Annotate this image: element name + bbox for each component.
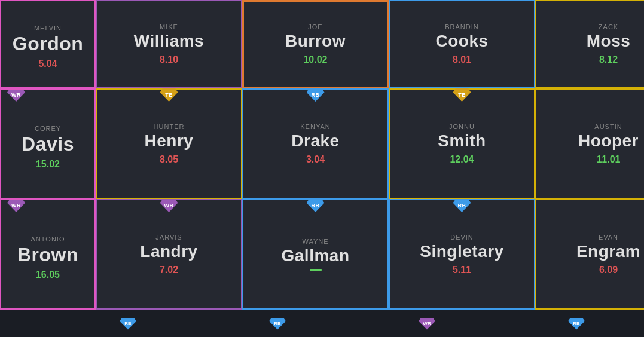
score-henry: 8.05 <box>160 154 178 165</box>
first-name-evan: EVAN <box>599 234 618 241</box>
main-grid: MELVIN Gordon 5.04 MIKE Williams 8.10 JO… <box>0 0 644 337</box>
first-name-antonio: ANTONIO <box>7 235 88 243</box>
card-hunter-henry[interactable]: TE HUNTER Henry 8.05 <box>96 88 242 199</box>
card-corey-davis[interactable]: WR COREY Davis 15.02 <box>0 88 96 199</box>
card-antonio-brown[interactable]: WR ANTONIO Brown 16.05 <box>0 199 96 310</box>
first-name-mike: MIKE <box>160 23 178 30</box>
last-name-gordon: Gordon <box>7 33 88 55</box>
last-name-brown: Brown <box>7 244 88 266</box>
score-burrow: 10.02 <box>303 54 327 65</box>
bottom-badge-wr: WR <box>419 318 435 330</box>
score-brown: 16.05 <box>7 269 88 280</box>
badge-te-henry: TE <box>160 88 178 102</box>
score-engram: 6.09 <box>599 265 618 275</box>
score-moss: 8.12 <box>599 54 618 65</box>
badge-wr-brown: WR <box>7 199 25 212</box>
badge-rb-drake: RB <box>307 88 325 102</box>
first-name-jonnu: JONNU <box>449 123 475 130</box>
bottom-strip: RB RB WR RB <box>0 310 644 337</box>
first-name-jarvis: JARVIS <box>155 234 182 241</box>
first-name-corey: COREY <box>7 125 88 132</box>
last-name-burrow: Burrow <box>285 32 346 51</box>
last-name-davis: Davis <box>7 133 88 155</box>
badge-rb-singletary: RB <box>453 199 471 212</box>
score-hooper: 11.01 <box>596 154 620 165</box>
first-name-zack: ZACK <box>599 23 618 30</box>
badge-wr-landry: WR <box>160 199 178 212</box>
badge-wr-davis: WR <box>7 88 25 102</box>
badge-rb-gallman: RB <box>307 199 325 212</box>
score-williams: 8.10 <box>160 54 178 65</box>
badge-te-smith: TE <box>453 88 471 102</box>
last-name-singletary: Singletary <box>420 242 503 261</box>
first-name-hunter: HUNTER <box>154 123 185 130</box>
score-dash-gallman <box>310 269 322 271</box>
score-landry: 7.02 <box>160 265 178 275</box>
score-drake: 3.04 <box>306 154 325 165</box>
card-kenyan-drake[interactable]: RB KENYAN Drake 3.04 <box>242 88 389 199</box>
score-gordon: 5.04 <box>7 59 88 69</box>
last-name-hooper: Hooper <box>578 131 639 151</box>
card-wayne-gallman[interactable]: RB WAYNE Gallman <box>242 199 389 310</box>
bottom-badge-rb-1: RB <box>120 318 136 330</box>
bottom-badge-rb-2: RB <box>269 318 286 330</box>
card-jarvis-landry[interactable]: WR JARVIS Landry 7.02 <box>96 199 242 310</box>
card-austin-hooper[interactable]: AUSTIN Hooper 11.01 <box>535 88 644 199</box>
card-devin-singletary[interactable]: RB DEVIN Singletary 5.11 <box>389 199 535 310</box>
last-name-gallman: Gallman <box>282 246 350 265</box>
first-name-austin: AUSTIN <box>594 123 622 130</box>
card-mike-williams[interactable]: MIKE Williams 8.10 <box>96 0 242 88</box>
last-name-cooks: Cooks <box>435 32 488 51</box>
first-name-joe: JOE <box>308 23 322 30</box>
first-name-devin: DEVIN <box>450 234 474 241</box>
first-name-brandin: BRANDIN <box>445 23 479 30</box>
last-name-moss: Moss <box>587 32 631 51</box>
card-melvin-gordon[interactable]: MELVIN Gordon 5.04 <box>0 0 96 88</box>
last-name-henry: Henry <box>145 131 194 151</box>
score-smith: 12.04 <box>450 154 474 165</box>
first-name-melvin: MELVIN <box>7 24 88 32</box>
score-singletary: 5.11 <box>453 265 471 275</box>
last-name-drake: Drake <box>291 131 339 151</box>
bottom-badge-rb-3: RB <box>568 318 585 330</box>
last-name-engram: Engram <box>576 242 640 261</box>
last-name-williams: Williams <box>134 32 204 51</box>
first-name-kenyan: KENYAN <box>300 123 330 130</box>
last-name-smith: Smith <box>438 131 486 151</box>
first-name-wayne: WAYNE <box>302 238 328 245</box>
last-name-landry: Landry <box>140 242 197 261</box>
card-evan-engram[interactable]: EVAN Engram 6.09 <box>535 199 644 310</box>
score-davis: 15.02 <box>7 159 88 170</box>
card-joe-burrow[interactable]: JOE Burrow 10.02 <box>242 0 389 88</box>
card-zack-moss[interactable]: ZACK Moss 8.12 <box>535 0 644 88</box>
card-jonnu-smith[interactable]: TE JONNU Smith 12.04 <box>389 88 535 199</box>
score-cooks: 8.01 <box>453 54 471 65</box>
card-brandin-cooks[interactable]: BRANDIN Cooks 8.01 <box>389 0 535 88</box>
